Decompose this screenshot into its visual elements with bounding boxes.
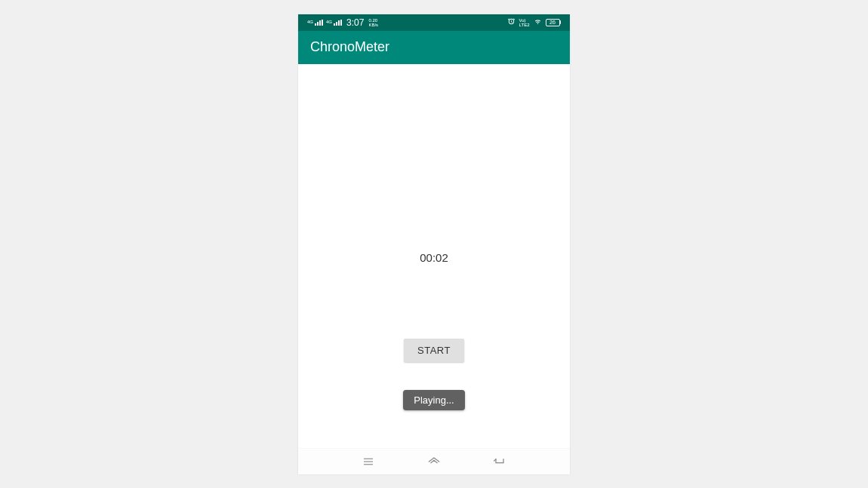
volte-bottom: LTE2	[519, 23, 530, 27]
volte-label: Vo) LTE2	[519, 18, 530, 27]
nav-back-button[interactable]	[491, 453, 508, 470]
signal-1: 4G	[307, 20, 323, 26]
navigation-bar	[298, 448, 570, 474]
network-label-1: 4G	[307, 20, 313, 24]
data-rate: 0.20 KB/s	[368, 18, 378, 27]
app-content: 00:02 START Playing...	[298, 64, 570, 448]
start-button[interactable]: START	[404, 339, 464, 362]
nav-recent-button[interactable]	[360, 453, 377, 470]
battery-icon: 26	[546, 19, 562, 26]
data-rate-unit: KB/s	[368, 23, 378, 27]
network-label-2: 4G	[326, 20, 332, 24]
signal-bars-icon	[334, 20, 342, 26]
signal-bars-icon	[315, 20, 323, 26]
status-bar-right: Vo) LTE2 26	[507, 17, 561, 27]
status-bar: 4G 4G 3:07 0.20 KB/s Vo) LTE2	[298, 14, 570, 31]
phone-frame: 4G 4G 3:07 0.20 KB/s Vo) LTE2	[298, 14, 570, 474]
wifi-icon	[534, 17, 542, 27]
signal-2: 4G	[326, 20, 342, 26]
app-bar: ChronoMeter	[298, 31, 570, 64]
status-time: 3:07	[346, 17, 364, 28]
alarm-icon	[507, 17, 516, 27]
battery-level: 26	[549, 20, 556, 25]
timer-display: 00:02	[420, 251, 448, 264]
data-rate-value: 0.20	[368, 18, 378, 23]
status-bar-left: 4G 4G 3:07 0.20 KB/s	[307, 17, 378, 28]
nav-home-button[interactable]	[426, 453, 442, 470]
toast-message: Playing...	[403, 390, 464, 410]
app-title: ChronoMeter	[310, 39, 389, 55]
